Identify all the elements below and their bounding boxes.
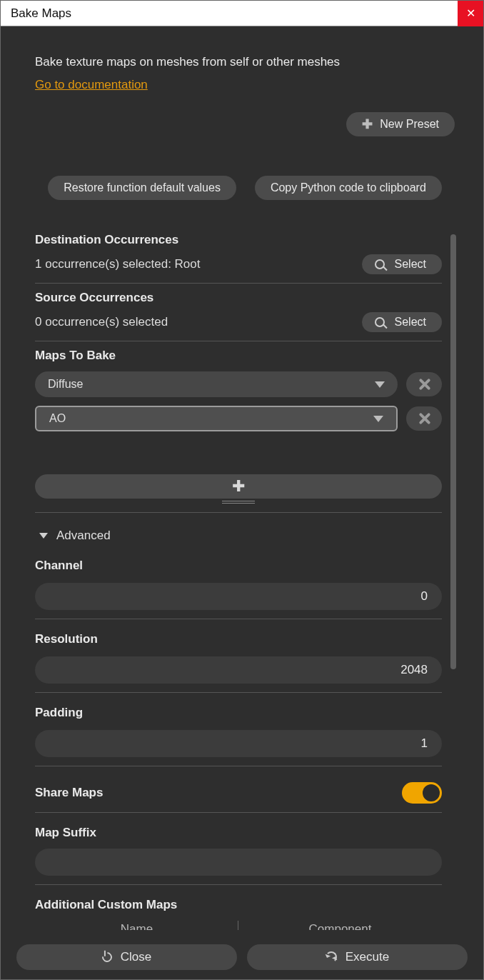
- search-icon: [375, 317, 385, 327]
- execute-button[interactable]: Execute: [247, 944, 468, 970]
- divider: [35, 341, 442, 341]
- divider: [35, 884, 442, 885]
- parameters-scroll-area: Destination Occurrences 1 occurrence(s) …: [35, 229, 455, 930]
- destination-status: 1 occurrence(s) selected: Root: [35, 257, 201, 271]
- restore-defaults-button[interactable]: Restore function default values: [48, 176, 236, 200]
- source-occurrences-title: Source Occurrences: [35, 291, 442, 305]
- map-suffix-input[interactable]: [35, 849, 442, 876]
- x-icon: [418, 412, 430, 425]
- padding-label: Padding: [35, 706, 442, 720]
- maps-to-bake-title: Maps To Bake: [35, 349, 442, 363]
- add-map-button[interactable]: ✚: [35, 474, 442, 499]
- destination-select-button[interactable]: Select: [362, 254, 442, 274]
- channel-input[interactable]: [35, 583, 442, 610]
- search-icon: [375, 259, 385, 269]
- resize-handle-icon[interactable]: [222, 501, 255, 504]
- x-icon: [418, 378, 430, 391]
- column-component: Component: [238, 922, 442, 930]
- map-type-select[interactable]: Diffuse: [35, 371, 398, 397]
- column-name: Name: [35, 922, 238, 930]
- divider: [35, 812, 442, 813]
- custom-maps-table-header: Name Component: [35, 922, 442, 930]
- copy-python-button[interactable]: Copy Python code to clipboard: [255, 176, 442, 200]
- plus-icon: ✚: [362, 118, 373, 131]
- toggle-knob: [423, 784, 440, 801]
- share-maps-label: Share Maps: [35, 786, 103, 800]
- window-close-button[interactable]: ✕: [458, 1, 483, 26]
- dialog-footer: Close Execute: [1, 935, 483, 979]
- divider: [35, 766, 442, 766]
- divider: [35, 619, 442, 619]
- advanced-toggle[interactable]: Advanced: [35, 526, 442, 546]
- bake-maps-window: Bake Maps ✕ Bake texture maps on meshes …: [0, 0, 484, 980]
- chevron-down-icon: [375, 381, 385, 388]
- plus-icon: ✚: [232, 477, 245, 496]
- resolution-input[interactable]: [35, 656, 442, 684]
- description-text: Bake texture maps on meshes from self or…: [35, 55, 455, 69]
- channel-label: Channel: [35, 559, 442, 573]
- dialog-body: Bake texture maps on meshes from self or…: [1, 26, 483, 935]
- power-icon: [100, 950, 114, 964]
- window-title: Bake Maps: [1, 6, 71, 21]
- source-status: 0 occurrence(s) selected: [35, 315, 168, 329]
- titlebar: Bake Maps ✕: [1, 1, 483, 26]
- remove-map-button[interactable]: [406, 372, 442, 396]
- chevron-down-icon: [39, 533, 48, 539]
- map-suffix-label: Map Suffix: [35, 826, 442, 840]
- padding-input[interactable]: [35, 730, 442, 757]
- close-button[interactable]: Close: [16, 944, 237, 970]
- divider: [35, 692, 442, 693]
- map-row-ao: AO: [35, 406, 442, 431]
- refresh-icon: [326, 951, 337, 963]
- map-type-label: AO: [49, 412, 66, 425]
- custom-maps-label: Additional Custom Maps: [35, 898, 442, 912]
- share-maps-toggle[interactable]: [402, 782, 442, 804]
- map-row-diffuse: Diffuse: [35, 371, 442, 397]
- resolution-label: Resolution: [35, 632, 442, 646]
- close-icon: ✕: [466, 6, 475, 20]
- remove-map-button[interactable]: [406, 406, 442, 431]
- divider: [35, 283, 442, 284]
- map-type-label: Diffuse: [48, 378, 84, 391]
- documentation-link[interactable]: Go to documentation: [35, 78, 148, 92]
- new-preset-button[interactable]: ✚ New Preset: [346, 112, 455, 136]
- destination-occurrences-title: Destination Occurrences: [35, 233, 442, 247]
- divider: [35, 512, 442, 513]
- map-type-select[interactable]: AO: [35, 406, 398, 431]
- chevron-down-icon: [373, 416, 383, 422]
- source-select-button[interactable]: Select: [362, 312, 442, 332]
- new-preset-label: New Preset: [380, 118, 439, 131]
